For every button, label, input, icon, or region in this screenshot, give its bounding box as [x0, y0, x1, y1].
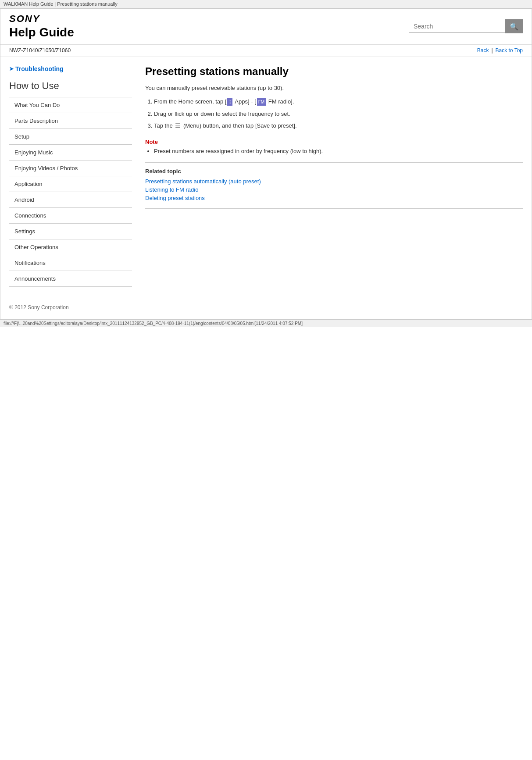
browser-footer-url: file:///F|/...20and%20Settings/editorala… — [0, 320, 532, 327]
related-link-auto-preset[interactable]: Presetting stations automatically (auto … — [145, 178, 523, 185]
content-area: Presetting stations manually You can man… — [141, 65, 523, 287]
nav-separator: | — [491, 47, 493, 54]
sidebar-item-what-you-can-do[interactable]: What You Can Do — [9, 97, 132, 113]
model-info: NWZ-Z1040/Z1050/Z1060 — [9, 47, 71, 54]
related-topic-heading: Related topic — [145, 168, 523, 175]
help-guide-title: Help Guide — [9, 25, 74, 39]
search-icon: 🔍 — [510, 22, 518, 31]
intro-text: You can manually preset receivable stati… — [145, 85, 523, 91]
search-input[interactable] — [409, 20, 505, 33]
browser-title-text: WALKMAN Help Guide | Presetting stations… — [4, 1, 118, 7]
nav-bar: NWZ-Z1040/Z1050/Z1060 Back | Back to Top — [0, 45, 532, 57]
steps-list: From the Home screen, tap [⁝⁝ Apps] - [F… — [154, 97, 523, 131]
related-link-listening-fm[interactable]: Listening to FM radio — [145, 186, 523, 193]
sidebar-item-setup[interactable]: Setup — [9, 128, 132, 144]
how-to-use-heading: How to Use — [9, 80, 132, 92]
troubleshooting-link[interactable]: ➤ Troubleshooting — [9, 65, 132, 72]
sidebar-item-enjoying-videos-photos[interactable]: Enjoying Videos / Photos — [9, 160, 132, 176]
page-header: SONY Help Guide 🔍 — [0, 9, 532, 45]
step-1: From the Home screen, tap [⁝⁝ Apps] - [F… — [154, 97, 523, 106]
sidebar-item-parts-description[interactable]: Parts Description — [9, 113, 132, 128]
main-layout: ➤ Troubleshooting How to Use What You Ca… — [0, 57, 532, 296]
note-section: Note Preset numbers are reassigned in or… — [145, 139, 523, 154]
back-to-top-link[interactable]: Back to Top — [496, 47, 523, 54]
sidebar-item-settings[interactable]: Settings — [9, 223, 132, 239]
related-link-deleting-preset[interactable]: Deleting preset stations — [145, 195, 523, 201]
apps-icon: ⁝⁝ — [227, 98, 232, 106]
sidebar-item-announcements[interactable]: Announcements — [9, 271, 132, 287]
related-topic-section: Related topic Presetting stations automa… — [145, 162, 523, 201]
nav-links: Back | Back to Top — [477, 47, 523, 54]
note-heading: Note — [145, 139, 523, 145]
sidebar-item-enjoying-music[interactable]: Enjoying Music — [9, 144, 132, 160]
note-list: Preset numbers are reassigned in order b… — [154, 148, 523, 154]
sidebar-item-notifications[interactable]: Notifications — [9, 255, 132, 271]
fm-icon: FM — [257, 98, 266, 106]
page-title: Presetting stations manually — [145, 65, 523, 78]
chevron-right-icon: ➤ — [9, 66, 14, 72]
back-link[interactable]: Back — [477, 47, 489, 54]
sidebar-item-connections[interactable]: Connections — [9, 207, 132, 223]
sidebar-item-other-operations[interactable]: Other Operations — [9, 239, 132, 255]
search-button[interactable]: 🔍 — [505, 19, 523, 33]
logo-area: SONY Help Guide — [9, 13, 74, 39]
copyright-text: © 2012 Sony Corporation — [9, 304, 69, 310]
browser-title-bar: WALKMAN Help Guide | Presetting stations… — [0, 0, 532, 8]
troubleshooting-label: Troubleshooting — [15, 65, 64, 72]
sidebar: ➤ Troubleshooting How to Use What You Ca… — [9, 65, 132, 287]
footer: © 2012 Sony Corporation — [0, 296, 532, 319]
step-2: Drag or flick up or down to select the f… — [154, 110, 523, 118]
sidebar-item-android[interactable]: Android — [9, 192, 132, 207]
content-bottom-border — [145, 208, 523, 209]
sidebar-item-application[interactable]: Application — [9, 176, 132, 192]
step-3: Tap the ☰ (Menu) button, and then tap [S… — [154, 121, 523, 131]
note-item-1: Preset numbers are reassigned in order b… — [154, 148, 523, 154]
sony-logo: SONY — [9, 13, 74, 25]
menu-icon: ☰ — [175, 121, 181, 131]
search-area: 🔍 — [409, 19, 523, 33]
